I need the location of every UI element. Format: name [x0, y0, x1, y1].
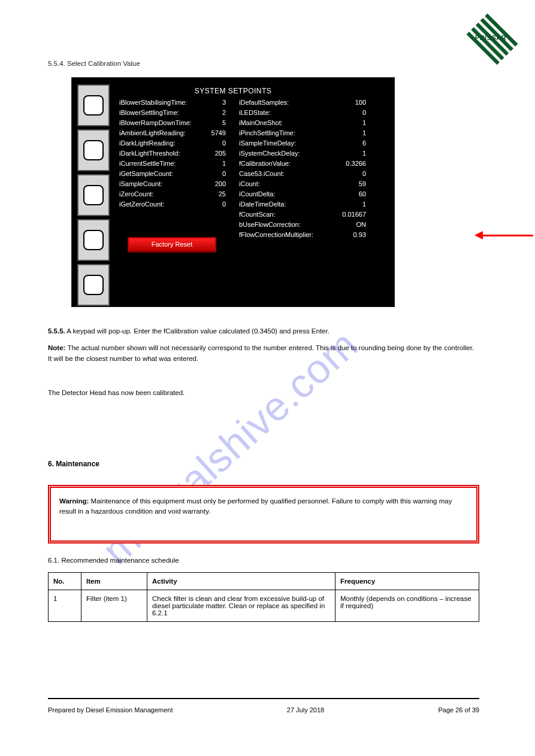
- setpoint-row[interactable]: iDarkLightThreshold:205: [119, 148, 239, 159]
- setpoint-row[interactable]: fCalibrationValue:0.3266: [239, 159, 389, 169]
- setpoint-label: iAmbientLightReading:: [119, 128, 203, 138]
- setpoint-row[interactable]: fFlowCorrectionMultiplier:0.93: [239, 230, 389, 240]
- setpoint-label: iPinchSettlingTime:: [239, 128, 335, 138]
- hardware-button-3[interactable]: [83, 185, 104, 205]
- setpoint-label: iBlowerRampDownTime:: [119, 118, 203, 128]
- side-button-slot: [77, 264, 110, 306]
- setpoint-row[interactable]: iSystemCheckDelay:1: [239, 148, 389, 159]
- hardware-button-1[interactable]: [83, 95, 104, 116]
- setpoint-value: 2: [203, 108, 232, 118]
- setpoint-row[interactable]: iAmbientLightReading:5749: [119, 128, 239, 138]
- col-no: No.: [49, 573, 81, 590]
- step-text: A keypad will pop-up. Enter the fCalibra…: [65, 327, 330, 335]
- setpoint-row[interactable]: iDarkLightReading:0: [119, 138, 239, 148]
- setpoint-label: bUseFlowCorrection:: [239, 220, 335, 230]
- note-label: Note:: [48, 344, 65, 351]
- setpoint-row[interactable]: iBlowerStabilisingTime:3: [119, 98, 239, 108]
- maintenance-table: No. Item Activity Frequency 1 Filter (it…: [48, 572, 479, 622]
- setpoint-label: fFlowCorrectionMultiplier:: [239, 230, 335, 240]
- setpoint-value: 1: [335, 148, 372, 159]
- col-item: Item: [81, 573, 147, 590]
- setpoint-value: 1: [335, 118, 372, 128]
- section-heading: 6. Maintenance: [48, 460, 99, 468]
- setpoint-row[interactable]: iMainOneShot:1: [239, 118, 389, 128]
- warning-box: Warning: Maintenance of this equipment m…: [48, 485, 479, 544]
- setpoint-row[interactable]: iDateTimeDelta:1: [239, 199, 389, 210]
- setpoint-row[interactable]: iCount:59: [239, 179, 389, 189]
- setpoint-value: 205: [203, 148, 232, 159]
- setpoint-value: 200: [203, 179, 232, 189]
- setpoint-row[interactable]: iLEDState:0: [239, 108, 389, 118]
- side-button-slot: [77, 129, 110, 171]
- section-number: 6.: [48, 460, 54, 468]
- setpoint-row[interactable]: iCurrentSettleTime:1: [119, 159, 239, 169]
- factory-reset-button[interactable]: Factory Reset: [128, 237, 216, 251]
- setpoint-value: 0: [203, 169, 232, 179]
- setpoint-label: iDefaultSamples:: [239, 98, 335, 108]
- col-frequency: Frequency: [335, 573, 479, 590]
- setpoint-value: 0: [203, 199, 232, 210]
- setpoint-value: ON: [335, 220, 372, 230]
- instruction-text: 5.5.5. A keypad will pop-up. Enter the f…: [48, 326, 479, 405]
- setpoint-label: iBlowerSettlingTime:: [119, 108, 203, 118]
- arrow-head-icon: [474, 231, 483, 239]
- footer-author: Prepared by Diesel Emission Management: [48, 706, 173, 714]
- cell-activity: Check filter is clean and clear from exc…: [147, 590, 335, 622]
- cell-frequency: Monthly (depends on conditions – increas…: [335, 590, 479, 622]
- footer-date: 27 July 2018: [287, 706, 324, 714]
- note-text: The actual number shown will not necessa…: [48, 344, 474, 362]
- company-logo: PINSSAR: [464, 13, 518, 67]
- setpoint-value: 60: [335, 189, 372, 199]
- step-number: 5.5.5.: [48, 327, 65, 335]
- side-button-column: [77, 84, 110, 309]
- page-footer: Prepared by Diesel Emission Management 2…: [48, 698, 479, 714]
- hardware-button-4[interactable]: [83, 230, 104, 250]
- hardware-button-5[interactable]: [83, 275, 104, 295]
- setpoint-row[interactable]: iSampleTimeDelay:6: [239, 138, 389, 148]
- setpoint-label: iLEDState:: [239, 108, 335, 118]
- setpoint-label: fCountScan:: [239, 210, 335, 220]
- step-heading: 5.5.4. Select Calibration Value: [48, 60, 140, 67]
- setpoint-row[interactable]: bUseFlowCorrection:ON: [239, 220, 389, 230]
- setpoint-value: 1: [335, 199, 372, 210]
- setpoint-row[interactable]: iPinchSettlingTime:1: [239, 128, 389, 138]
- setpoint-value: 1: [335, 128, 372, 138]
- hardware-button-2[interactable]: [83, 140, 104, 160]
- setpoint-value: 0.3266: [335, 159, 372, 169]
- cell-no: 1: [49, 590, 81, 622]
- arrow-line-icon: [482, 235, 533, 236]
- setpoint-row[interactable]: iBlowerRampDownTime:5: [119, 118, 239, 128]
- setpoint-row[interactable]: iCountDelta:60: [239, 189, 389, 199]
- setpoint-label: fCalibrationValue:: [239, 159, 335, 169]
- setpoint-label: iCount:: [239, 179, 335, 189]
- document-page: PINSSAR 5.5.4. Select Calibration Value …: [0, 0, 535, 756]
- setpoint-value: 0.01667: [335, 210, 372, 220]
- cell-item: Filter (item 1): [81, 590, 147, 622]
- setpoint-label: iCurrentSettleTime:: [119, 159, 203, 169]
- setpoint-row[interactable]: iZeroCount:25: [119, 189, 239, 199]
- setpoint-row[interactable]: iBlowerSettlingTime:2: [119, 108, 239, 118]
- setpoint-row[interactable]: iGetZeroCount:0: [119, 199, 239, 210]
- setpoint-row[interactable]: fCountScan:0.01667: [239, 210, 389, 220]
- setpoint-row[interactable]: iDefaultSamples:100: [239, 98, 389, 108]
- setpoint-label: iGetZeroCount:: [119, 199, 203, 210]
- side-button-slot: [77, 174, 110, 216]
- callout-arrow: [474, 229, 534, 241]
- setpoint-value: 0: [335, 108, 372, 118]
- setpoint-row[interactable]: iSampleCount:200: [119, 179, 239, 189]
- setpoint-label: iBlowerStabilisingTime:: [119, 98, 203, 108]
- table-row: 1 Filter (item 1) Check filter is clean …: [49, 590, 479, 622]
- table-header-row: No. Item Activity Frequency: [49, 573, 479, 590]
- setpoint-row[interactable]: iGetSampleCount:0: [119, 169, 239, 179]
- setpoint-value: 5749: [203, 128, 232, 138]
- setpoint-row[interactable]: Case53.iCount:0: [239, 169, 389, 179]
- device-screenshot: SYSTEM SETPOINTS iBlowerStabilisingTime:…: [72, 78, 407, 306]
- logo-label: PINSSAR: [461, 34, 521, 41]
- setpoint-label: iZeroCount:: [119, 189, 203, 199]
- setpoint-label: iDarkLightReading:: [119, 138, 203, 148]
- setpoint-value: 100: [335, 98, 372, 108]
- setpoint-label: iGetSampleCount:: [119, 169, 203, 179]
- side-button-slot: [77, 219, 110, 261]
- setpoint-label: iMainOneShot:: [239, 118, 335, 128]
- setpoint-value: 25: [203, 189, 232, 199]
